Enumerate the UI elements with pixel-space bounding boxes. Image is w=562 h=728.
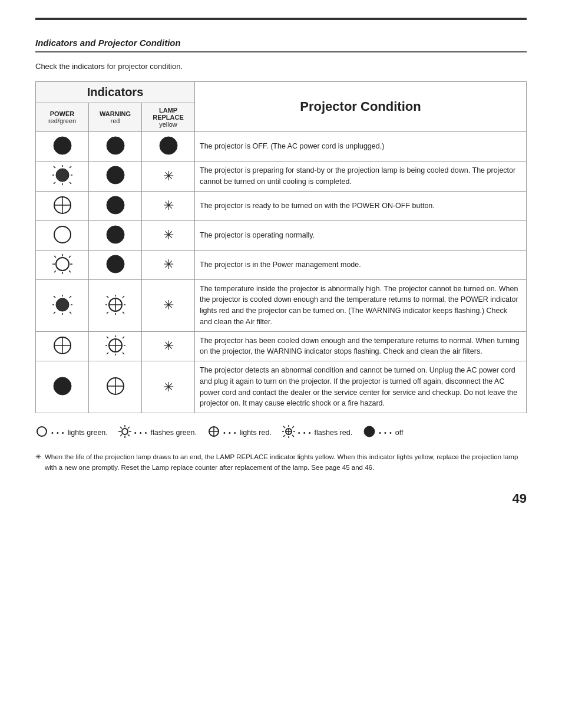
indicator-cell	[89, 331, 142, 361]
legend-dots: • • •	[223, 429, 237, 436]
condition-cell: The temperature inside the projector is …	[195, 279, 527, 331]
svg-line-78	[120, 434, 122, 436]
indicator-cell	[36, 331, 89, 361]
indicator-cell	[36, 220, 89, 250]
indicator-cell	[142, 132, 195, 162]
svg-line-38	[70, 312, 71, 314]
svg-line-93	[283, 435, 285, 437]
svg-line-35	[54, 296, 55, 298]
col-warning-header: WARNING red	[89, 103, 142, 132]
svg-line-94	[292, 435, 294, 437]
condition-cell: The projector has been cooled down enoug…	[195, 331, 527, 361]
svg-point-2	[160, 137, 177, 154]
condition-cell: The projector is in the Power management…	[195, 250, 527, 279]
svg-point-95	[364, 426, 375, 437]
svg-line-37	[54, 312, 55, 314]
indicator-cell	[36, 279, 89, 331]
condition-cell: The projector is OFF. (The AC power cord…	[195, 132, 527, 162]
legend-item: • • • off	[363, 425, 403, 440]
svg-point-20	[56, 258, 69, 271]
legend: • • • lights green. • • • flashes green.	[35, 425, 527, 440]
svg-line-79	[128, 434, 130, 436]
col-lamp-header: LAMP REPLACE yellow	[142, 103, 195, 132]
svg-line-48	[107, 312, 108, 314]
svg-line-64	[123, 353, 124, 354]
svg-line-91	[283, 426, 285, 428]
legend-label: lights red.	[240, 429, 272, 437]
legend-label: flashes red.	[315, 429, 353, 437]
svg-line-27	[54, 271, 56, 272]
projector-condition-header: Projector Condition	[195, 82, 527, 132]
legend-icon	[35, 425, 48, 440]
indicator-cell	[36, 191, 89, 220]
svg-line-92	[292, 426, 294, 428]
svg-point-18	[54, 226, 71, 243]
indicator-cell	[36, 162, 89, 192]
svg-point-70	[37, 427, 47, 436]
indicator-cell: ✳	[142, 279, 195, 331]
svg-line-10	[54, 182, 55, 184]
indicator-cell	[89, 220, 142, 250]
svg-line-47	[123, 296, 124, 298]
condition-cell: The projector detects an abnormal condit…	[195, 361, 527, 413]
legend-icon	[207, 425, 220, 440]
svg-point-0	[54, 137, 71, 154]
svg-point-12	[107, 166, 124, 184]
legend-dots: • • •	[379, 429, 392, 436]
svg-line-77	[128, 427, 130, 429]
legend-item: • • • lights red.	[207, 425, 272, 440]
indicator-cell: ✳	[142, 220, 195, 250]
svg-line-61	[107, 337, 108, 338]
col-power-header: POWER red/green	[36, 103, 89, 132]
svg-line-25	[54, 256, 56, 258]
footnote: ✳ When the life of the projection lamp d…	[35, 452, 527, 473]
legend-item: • • • flashes green.	[118, 425, 197, 440]
condition-cell: The projector is preparing for stand-by …	[195, 162, 527, 192]
legend-dots: • • •	[298, 429, 312, 436]
indicator-cell	[36, 361, 89, 413]
svg-line-46	[107, 296, 108, 298]
svg-line-36	[70, 296, 71, 298]
svg-point-65	[54, 377, 71, 395]
svg-line-49	[123, 312, 124, 314]
indicators-table: Indicators Projector Condition POWER red…	[35, 81, 527, 413]
svg-point-29	[107, 255, 124, 273]
svg-point-71	[122, 429, 128, 434]
indicator-cell: ✳	[142, 361, 195, 413]
legend-icon	[363, 425, 376, 440]
legend-item: • • • flashes red.	[282, 425, 352, 440]
legend-dots: • • •	[51, 429, 65, 436]
legend-label: off	[395, 429, 404, 437]
svg-point-19	[107, 226, 124, 243]
svg-line-8	[54, 166, 55, 168]
indicator-cell: ✳	[142, 191, 195, 220]
svg-point-1	[107, 137, 124, 154]
indicator-cell	[36, 132, 89, 162]
svg-point-3	[56, 169, 69, 182]
legend-label: flashes green.	[150, 429, 197, 437]
condition-cell: The projector is operating normally.	[195, 220, 527, 250]
intro-text: Check the indicators for projector condi…	[35, 62, 527, 71]
indicator-cell: ✳	[142, 250, 195, 279]
indicator-cell	[89, 162, 142, 192]
indicators-header: Indicators	[36, 82, 195, 103]
svg-line-11	[70, 182, 71, 184]
svg-line-76	[120, 427, 122, 429]
indicator-cell	[89, 279, 142, 331]
legend-item: • • • lights green.	[35, 425, 108, 440]
section-title: Indicators and Projector Condition	[35, 38, 527, 52]
indicator-cell: ✳	[142, 162, 195, 192]
legend-dots: • • •	[134, 429, 148, 436]
svg-line-9	[70, 166, 71, 168]
indicator-cell	[89, 361, 142, 413]
page-number: 49	[35, 491, 527, 506]
svg-line-26	[69, 256, 71, 258]
legend-icon	[118, 425, 131, 440]
indicator-cell	[89, 132, 142, 162]
indicator-cell: ✳	[142, 331, 195, 361]
footnote-marker: ✳	[35, 452, 41, 462]
svg-line-62	[123, 337, 124, 338]
indicator-cell	[89, 191, 142, 220]
legend-icon	[282, 425, 295, 440]
svg-point-30	[56, 298, 69, 311]
